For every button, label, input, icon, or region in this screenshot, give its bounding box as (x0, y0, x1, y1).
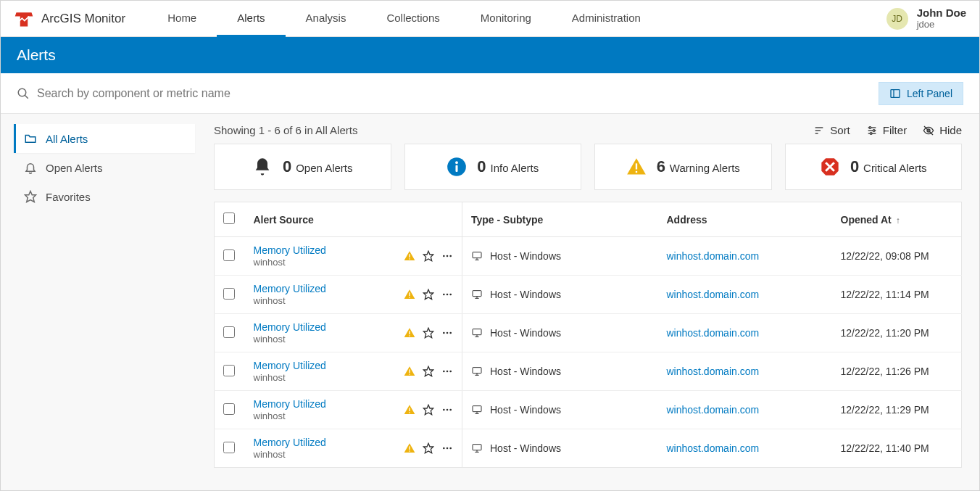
address-link[interactable]: winhost.domain.com (667, 250, 760, 262)
summary-cards: 0 Open Alerts 0 Info Alerts 6 Warning Al… (214, 144, 962, 190)
table-row: Memory UtilizedwinhostHost - Windowswinh… (215, 391, 962, 429)
address-link[interactable]: winhost.domain.com (667, 366, 760, 377)
select-all-checkbox[interactable] (223, 213, 235, 224)
bell-icon (252, 157, 273, 177)
sidebar-item-all-alerts[interactable]: All Alerts (14, 124, 195, 153)
card-count: 0 (477, 157, 486, 176)
filter-label: Filter (883, 124, 907, 136)
th-type[interactable]: Type - Subtype (462, 202, 658, 237)
favorite-star-icon[interactable] (423, 250, 434, 262)
alert-host: winhost (254, 372, 286, 383)
alert-source-link[interactable]: Memory Utilized (254, 244, 404, 256)
opened-at: 12/22/22, 09:08 PM (841, 250, 929, 262)
alert-source-link[interactable]: Memory Utilized (254, 398, 404, 410)
card-label: Critical Alerts (863, 162, 927, 174)
favorite-star-icon[interactable] (423, 404, 434, 416)
hide-button[interactable]: Hide (923, 124, 962, 136)
nav-tab-alerts[interactable]: Alerts (217, 1, 285, 37)
more-actions-icon[interactable] (441, 250, 453, 262)
bell-outline-icon (24, 161, 37, 174)
alert-source-link[interactable]: Memory Utilized (254, 283, 404, 294)
user-login: jdoe (917, 20, 966, 30)
svg-rect-3 (891, 89, 900, 97)
card-info-alerts[interactable]: 0 Info Alerts (404, 144, 582, 190)
svg-point-18 (455, 161, 458, 164)
info-icon (447, 157, 467, 177)
left-panel-button[interactable]: Left Panel (879, 82, 963, 105)
opened-at: 12/22/22, 11:40 PM (841, 442, 929, 454)
sidebar-item-label: Favorites (46, 191, 91, 203)
favorite-star-icon[interactable] (423, 442, 434, 454)
sort-asc-icon: ↑ (896, 215, 900, 226)
more-actions-icon[interactable] (441, 327, 453, 339)
warning-icon (404, 404, 415, 416)
search-icon (17, 87, 30, 100)
toolbar-actions: Sort Filter Hide (813, 124, 962, 136)
row-checkbox[interactable] (223, 288, 235, 300)
user-area[interactable]: JD John Doe jdoe (886, 7, 966, 30)
star-outline-icon (24, 190, 37, 203)
more-actions-icon[interactable] (441, 404, 453, 416)
sidebar-item-open-alerts[interactable]: Open Alerts (14, 153, 195, 182)
more-actions-icon[interactable] (441, 366, 453, 377)
sidebar-item-label: Open Alerts (46, 162, 102, 174)
alerts-table: Alert Source Type - Subtype Address Open… (214, 202, 962, 468)
type-text: Host - Windows (490, 289, 561, 300)
sidebar: All Alerts Open Alerts Favorites (1, 114, 204, 490)
nav-tab-home[interactable]: Home (147, 1, 217, 37)
nav-tab-collections[interactable]: Collections (366, 1, 460, 37)
row-checkbox[interactable] (223, 326, 235, 338)
nav-tab-analysis[interactable]: Analysis (286, 1, 367, 37)
search-input[interactable] (37, 87, 868, 100)
address-link[interactable]: winhost.domain.com (667, 404, 760, 416)
user-name: John Doe (917, 7, 966, 19)
content-header: Showing 1 - 6 of 6 in All Alerts Sort Fi… (214, 124, 962, 136)
host-monitor-icon (471, 366, 483, 377)
favorite-star-icon[interactable] (423, 366, 434, 377)
svg-marker-5 (25, 191, 36, 202)
table-row: Memory UtilizedwinhostHost - Windowswinh… (215, 276, 962, 314)
favorite-star-icon[interactable] (423, 327, 434, 339)
address-link[interactable]: winhost.domain.com (667, 289, 760, 300)
alert-source-link[interactable]: Memory Utilized (254, 437, 404, 448)
page-title-bar: Alerts (1, 37, 979, 73)
svg-point-12 (873, 129, 875, 131)
table-row: Memory UtilizedwinhostHost - Windowswinh… (215, 352, 962, 391)
card-label: Warning Alerts (670, 162, 740, 174)
nav-tab-administration[interactable]: Administration (552, 1, 661, 37)
address-link[interactable]: winhost.domain.com (667, 327, 760, 339)
row-checkbox[interactable] (223, 403, 235, 415)
alert-host: winhost (254, 449, 286, 460)
type-text: Host - Windows (490, 250, 561, 262)
warning-icon (404, 250, 415, 262)
search-row: Left Panel (1, 73, 979, 114)
row-checkbox[interactable] (223, 249, 235, 261)
sort-button[interactable]: Sort (813, 124, 850, 136)
alert-source-link[interactable]: Memory Utilized (254, 321, 404, 333)
main: All Alerts Open Alerts Favorites Showing… (1, 114, 979, 490)
row-checkbox[interactable] (223, 442, 235, 453)
filter-button[interactable]: Filter (866, 124, 907, 136)
nav-tab-monitoring[interactable]: Monitoring (460, 1, 552, 37)
alert-source-link[interactable]: Memory Utilized (254, 360, 404, 371)
host-monitor-icon (471, 250, 483, 262)
more-actions-icon[interactable] (441, 442, 453, 454)
sidebar-item-favorites[interactable]: Favorites (14, 182, 195, 211)
th-address[interactable]: Address (658, 202, 832, 237)
th-opened[interactable]: Opened At↑ (832, 202, 962, 237)
favorite-star-icon[interactable] (423, 289, 434, 300)
card-critical-alerts[interactable]: 0 Critical Alerts (785, 144, 963, 190)
more-actions-icon[interactable] (441, 289, 453, 300)
th-source[interactable]: Alert Source (245, 202, 462, 237)
sort-icon (813, 125, 825, 136)
opened-at: 12/22/22, 11:26 PM (841, 366, 929, 377)
address-link[interactable]: winhost.domain.com (667, 442, 760, 454)
card-count: 6 (657, 157, 665, 176)
card-warning-alerts[interactable]: 6 Warning Alerts (594, 144, 772, 190)
row-checkbox[interactable] (223, 365, 235, 376)
card-label: Info Alerts (490, 162, 539, 174)
card-open-alerts[interactable]: 0 Open Alerts (214, 144, 391, 190)
filter-icon (866, 125, 878, 136)
host-monitor-icon (471, 404, 483, 416)
type-text: Host - Windows (490, 442, 561, 454)
